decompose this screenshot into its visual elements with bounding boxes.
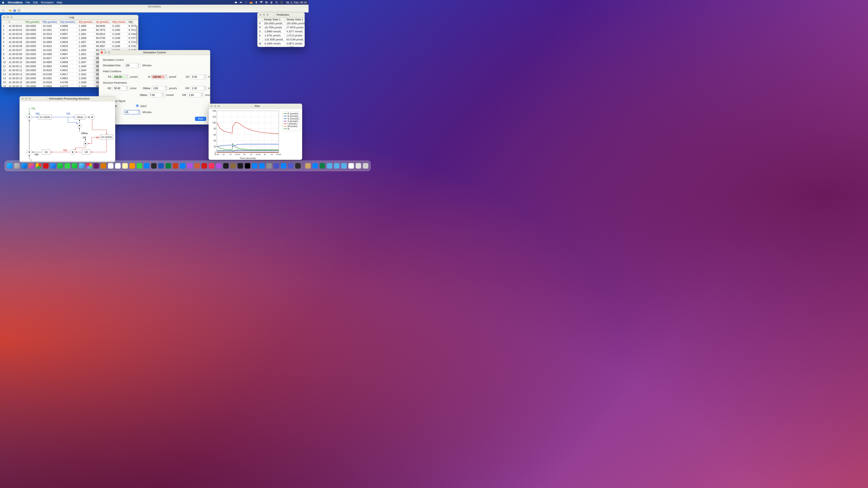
dock-mail-icon[interactable]: [50, 163, 56, 169]
zoom-icon[interactable]: [29, 97, 31, 100]
prediction-col[interactable]: [258, 18, 262, 22]
I0-stepper[interactable]: ▲▼: [152, 74, 168, 79]
export-icon[interactable]: [18, 9, 20, 12]
prediction-titlebar[interactable]: Prediction: [257, 12, 305, 18]
dock-chrome-icon[interactable]: [36, 163, 41, 169]
menu-item-file[interactable]: File: [26, 1, 30, 4]
zoom-icon[interactable]: [108, 51, 110, 54]
step-down-icon[interactable]: ▼: [137, 65, 140, 68]
dock-finder-icon[interactable]: [7, 163, 12, 169]
dock-affinity-p-icon[interactable]: [187, 163, 193, 169]
dock-pdf-icon[interactable]: [202, 163, 207, 169]
plot-titlebar[interactable]: Plot: [209, 104, 302, 109]
table-row[interactable]: 1d1 00:00:01150.000019.31824.99861.16659…: [2, 24, 138, 28]
dock-globe-icon[interactable]: [319, 163, 325, 169]
menu-clock[interactable]: Mi. 2. Feb. 09:16: [286, 1, 307, 4]
dock-folder3-icon[interactable]: [341, 163, 347, 169]
P0-stepper[interactable]: ▲▼: [113, 74, 129, 79]
dock-maps-icon[interactable]: [79, 163, 85, 169]
dock-record-icon[interactable]: [43, 163, 49, 169]
simulated-time-input[interactable]: [124, 64, 137, 67]
dock-terminal-icon[interactable]: [238, 163, 243, 169]
log-col[interactable]: M(t) (mol/s): [111, 20, 127, 24]
dock-settings-icon[interactable]: [267, 163, 272, 169]
dock-numbers-icon[interactable]: [137, 163, 142, 169]
minimize-icon[interactable]: [104, 51, 106, 54]
log-scrollbar-thumb[interactable]: [136, 25, 137, 44]
close-icon[interactable]: [101, 51, 103, 54]
menu-item-edit[interactable]: Edit: [33, 1, 38, 4]
G0-stepper[interactable]: ▲▼: [190, 74, 207, 79]
table-row[interactable]: 5d1 00:00:05150.000019.38564.99291.16579…: [2, 40, 138, 44]
menu-item-simulation[interactable]: Simulation: [41, 1, 54, 4]
dock-messages-icon[interactable]: [72, 163, 78, 169]
simulation-control-titlebar[interactable]: Simulation Control: [99, 50, 210, 55]
cloud-icon[interactable]: [235, 1, 237, 4]
log-col[interactable]: G(t) (mmol/L): [59, 20, 77, 24]
dock-photo-stack-icon[interactable]: [355, 163, 361, 169]
control-center-icon[interactable]: [265, 1, 268, 4]
log-col[interactable]: I(t) (pmol/L): [94, 20, 111, 24]
dock-terracotta-icon[interactable]: [194, 163, 200, 169]
plug-icon[interactable]: [245, 1, 248, 4]
dock-xcode-icon[interactable]: [151, 163, 157, 169]
bluetooth-icon[interactable]: [255, 1, 258, 4]
radio-fsigt[interactable]: fsIGT: [136, 104, 147, 108]
log-col[interactable]: N(t): [127, 20, 138, 24]
dock-word-icon[interactable]: [158, 163, 164, 169]
close-icon[interactable]: [22, 97, 24, 100]
run-button[interactable]: Run: [195, 117, 206, 121]
menu-item-help[interactable]: Help: [57, 1, 62, 4]
starts-at-input[interactable]: [124, 111, 137, 114]
prediction-col[interactable]: Steady State 2: [285, 18, 305, 22]
zoom-icon[interactable]: [218, 105, 220, 107]
dock-calendar-green-icon[interactable]: [65, 163, 70, 169]
flag-de-icon[interactable]: [250, 1, 253, 4]
minimize-icon[interactable]: [25, 97, 27, 100]
zoom-icon[interactable]: [267, 13, 269, 16]
GR-input[interactable]: [191, 87, 204, 90]
save-icon[interactable]: [13, 9, 16, 12]
table-row[interactable]: 6d1 00:00:06150.000019.40244.99151.16559…: [2, 44, 138, 48]
dock-folder1-icon[interactable]: [327, 163, 332, 169]
table-row[interactable]: 4d1 00:00:04150.000019.36884.99431.16599…: [2, 36, 138, 40]
log-col[interactable]: S(t) (pmol/L): [77, 20, 94, 24]
dock-slack-icon[interactable]: [93, 163, 99, 169]
dock-sf-brown-icon[interactable]: [230, 163, 236, 169]
dock-podcasts-icon[interactable]: [216, 163, 221, 169]
dock-circle-app-icon[interactable]: [295, 163, 301, 169]
minimize-icon[interactable]: [7, 16, 9, 19]
log-col[interactable]: t: [7, 20, 24, 24]
close-icon[interactable]: [211, 105, 213, 107]
dock-firefox-icon[interactable]: [29, 163, 34, 169]
dock-box-icon[interactable]: [305, 163, 311, 169]
GE-input[interactable]: [113, 87, 125, 90]
dock-music-icon[interactable]: [209, 163, 214, 169]
dock-calendar-icon[interactable]: [108, 163, 113, 169]
table-row[interactable]: 3d1 00:00:03150.000019.35194.99571.16619…: [2, 32, 138, 36]
dock-notes-icon[interactable]: [122, 163, 128, 169]
table-row[interactable]: N-9.01924.3576: [258, 46, 305, 47]
prediction-col[interactable]: Steady State 1: [262, 18, 285, 22]
user-icon[interactable]: [270, 1, 273, 4]
dock-tv-icon[interactable]: [223, 163, 229, 169]
DR-stepper[interactable]: ▲▼: [187, 93, 204, 97]
log-col[interactable]: R(t) (µmol/s): [41, 20, 59, 24]
DBeta-stepper[interactable]: ▲▼: [148, 93, 165, 97]
log-titlebar[interactable]: Log: [1, 15, 138, 20]
prediction-table[interactable]: Steady State 1Steady State 2 P150.0000 µ…: [257, 18, 305, 47]
dock-powerpoint-icon[interactable]: [173, 163, 178, 169]
dock-facetime-icon[interactable]: [57, 163, 63, 169]
table-row[interactable]: I-116.3593 pmol/L63.0148 pmol/L: [258, 38, 305, 42]
G0-input[interactable]: [191, 75, 204, 78]
dock-pages-icon[interactable]: [129, 163, 135, 169]
dock-launchpad-icon[interactable]: [14, 163, 20, 169]
zoom-icon[interactable]: [10, 16, 13, 19]
GBeta-stepper[interactable]: ▲▼: [152, 86, 168, 91]
dock-iterm-icon[interactable]: [245, 163, 250, 169]
GBeta-input[interactable]: [152, 87, 164, 90]
refresh-icon[interactable]: [2, 9, 5, 12]
log-col[interactable]: P(t) (µmol/s): [24, 20, 41, 24]
table-row[interactable]: 2d1 00:00:02150.000019.33514.99721.16639…: [2, 28, 138, 32]
dock-discord-icon[interactable]: [274, 163, 279, 169]
